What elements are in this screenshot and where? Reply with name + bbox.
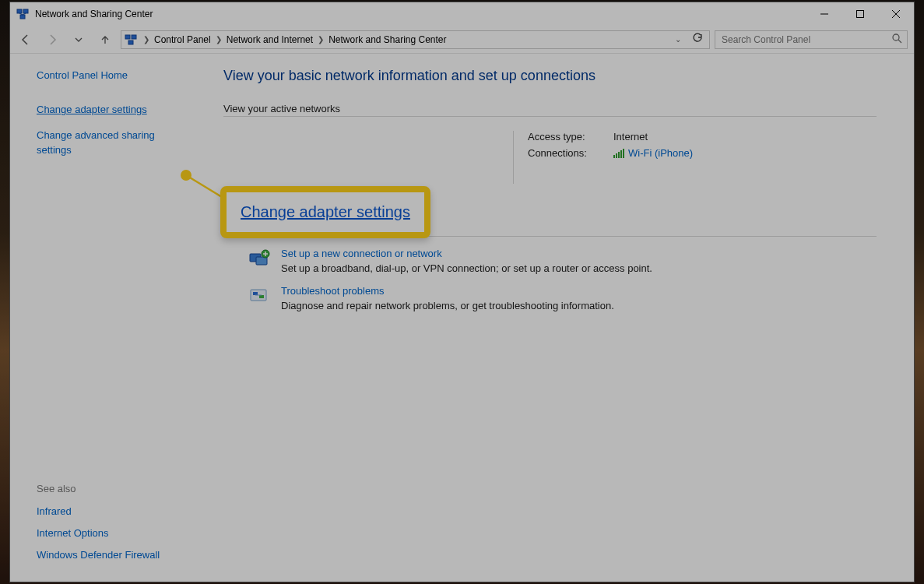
breadcrumb-dropdown[interactable]: ⌄ <box>670 35 686 44</box>
svg-rect-6 <box>857 11 864 18</box>
forward-button[interactable] <box>41 29 63 51</box>
minimize-button[interactable] <box>806 2 842 26</box>
titlebar: Network and Sharing Center <box>10 2 914 26</box>
svg-rect-0 <box>17 9 22 13</box>
svg-rect-11 <box>128 40 133 44</box>
active-networks-label: View your active networks <box>223 103 877 114</box>
see-also-internet-options-link[interactable]: Internet Options <box>37 527 184 539</box>
svg-rect-10 <box>132 35 136 39</box>
setup-connection-link[interactable]: Set up a new connection or network <box>281 248 652 259</box>
main-content: View your basic network information and … <box>197 54 914 582</box>
address-bar: ❯ Control Panel ❯ Network and Internet ❯… <box>10 26 914 54</box>
window-title: Network and Sharing Center <box>35 9 153 19</box>
close-button[interactable] <box>878 2 914 26</box>
svg-point-12 <box>893 34 899 40</box>
troubleshoot-link[interactable]: Troubleshoot problems <box>281 285 614 297</box>
svg-rect-24 <box>259 295 264 298</box>
network-center-icon <box>125 33 137 46</box>
breadcrumb-item[interactable]: Control Panel <box>153 34 213 45</box>
chevron-right-icon[interactable]: ❯ <box>213 35 225 44</box>
search-icon[interactable] <box>891 33 902 46</box>
setup-connection-item: Set up a new connection or network Set u… <box>248 248 877 274</box>
wifi-signal-icon <box>613 149 625 158</box>
active-network-row: Access type: Internet Connections: <box>223 131 877 184</box>
body: Control Panel Home Change adapter settin… <box>10 54 914 582</box>
access-type-label: Access type: <box>528 131 613 142</box>
search-box[interactable] <box>715 30 908 49</box>
connections-label: Connections: <box>528 147 613 159</box>
svg-rect-17 <box>620 150 622 158</box>
troubleshoot-item: Troubleshoot problems Diagnose and repai… <box>248 285 877 311</box>
window-controls <box>806 2 914 26</box>
connection-link[interactable]: Wi-Fi (iPhone) <box>613 147 693 159</box>
network-center-icon <box>16 8 29 20</box>
chevron-right-icon[interactable]: ❯ <box>140 35 153 44</box>
svg-rect-20 <box>256 257 267 265</box>
up-button[interactable] <box>94 29 116 51</box>
window: Network and Sharing Center <box>9 2 915 582</box>
recent-locations-button[interactable] <box>68 29 90 51</box>
svg-rect-9 <box>125 35 130 39</box>
svg-rect-18 <box>623 149 624 158</box>
breadcrumb[interactable]: ❯ Control Panel ❯ Network and Internet ❯… <box>121 30 710 49</box>
divider <box>223 236 877 237</box>
maximize-button[interactable] <box>842 2 878 26</box>
svg-rect-23 <box>253 292 258 295</box>
see-also-defender-firewall-link[interactable]: Windows Defender Firewall <box>37 549 184 561</box>
divider <box>513 131 514 184</box>
sidebar: Control Panel Home Change adapter settin… <box>10 54 197 582</box>
back-button[interactable] <box>15 29 37 51</box>
change-settings-label: Change your networking settings <box>223 223 877 234</box>
see-also-label: See also <box>37 483 184 494</box>
svg-rect-1 <box>23 9 28 13</box>
svg-rect-15 <box>616 153 617 158</box>
svg-rect-2 <box>20 15 25 19</box>
search-input[interactable] <box>720 33 891 46</box>
svg-rect-16 <box>618 152 620 158</box>
troubleshoot-icon <box>248 285 270 307</box>
breadcrumb-item[interactable]: Network and Internet <box>225 34 314 45</box>
chevron-right-icon[interactable]: ❯ <box>314 35 327 44</box>
setup-connection-icon <box>248 248 270 269</box>
divider <box>223 116 877 117</box>
control-panel-home-link[interactable]: Control Panel Home <box>37 69 184 81</box>
see-also-infrared-link[interactable]: Infrared <box>37 505 184 517</box>
breadcrumb-item[interactable]: Network and Sharing Center <box>327 34 448 45</box>
svg-rect-14 <box>613 155 615 158</box>
sidebar-change-advanced-sharing-link[interactable]: Change advanced sharing settings <box>37 128 184 158</box>
page-heading: View your basic network information and … <box>223 68 877 84</box>
setup-connection-desc: Set up a broadband, dial-up, or VPN conn… <box>281 262 652 274</box>
network-details: Access type: Internet Connections: <box>528 131 693 184</box>
sidebar-change-adapter-link[interactable]: Change adapter settings <box>37 103 184 118</box>
access-type-value: Internet <box>613 131 648 142</box>
refresh-button[interactable] <box>686 33 709 46</box>
svg-line-13 <box>898 40 901 43</box>
troubleshoot-desc: Diagnose and repair network problems, or… <box>281 300 614 311</box>
connection-name: Wi-Fi (iPhone) <box>628 147 693 159</box>
